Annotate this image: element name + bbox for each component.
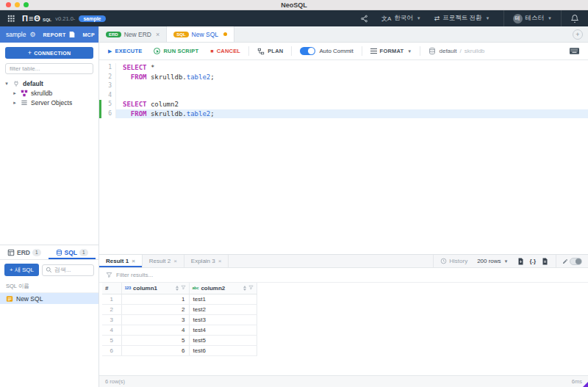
editor-line-6[interactable]: 6 FROM skrulldb.table2;	[99, 109, 588, 119]
clock-icon	[440, 258, 447, 264]
filter-results-input[interactable]	[116, 272, 581, 278]
editor-tabbar: ERDNew ERD×SQLNew SQL +	[99, 26, 588, 43]
database-breadcrumb[interactable]: default / skrulldb	[429, 47, 484, 55]
execute-button[interactable]: ▶ EXECUTE	[108, 48, 142, 54]
editor-line-2[interactable]: 2 FROM skrulldb.table2;	[99, 73, 588, 82]
cell-column2[interactable]: test5	[189, 335, 257, 345]
main-area: sample ⚙ REPORT MCP ◈ + CONNECTION ▾defa…	[0, 26, 588, 387]
save-results-file-icon[interactable]	[542, 258, 548, 265]
language-selector[interactable]: 文A 한국어 ▼	[381, 14, 421, 23]
chevron-right-icon[interactable]: ▸	[12, 90, 18, 96]
editor-line-1[interactable]: 1SELECT *	[99, 63, 588, 73]
result-tab-result-1[interactable]: Result 1×	[99, 255, 143, 267]
plan-button[interactable]: PLAN	[257, 48, 283, 55]
close-window-button[interactable]	[6, 2, 11, 7]
sql-search-input[interactable]	[54, 267, 90, 273]
keyboard-shortcuts-icon[interactable]	[570, 48, 579, 54]
funnel-icon	[106, 272, 112, 278]
sql-list-header: SQL 이름	[0, 280, 98, 293]
index-column-header[interactable]: #	[102, 283, 121, 294]
tree-item-default[interactable]: ▾default	[0, 79, 98, 88]
notifications-button[interactable]	[561, 10, 588, 26]
results-panel: Result 1×Result 2×Explain 3× History 200…	[99, 254, 588, 387]
editor-tab-new-sql[interactable]: SQLNew SQL	[167, 26, 234, 42]
document-icon[interactable]	[69, 31, 75, 38]
zoom-window-button[interactable]	[24, 2, 29, 7]
table-row[interactable]: 11test1	[102, 294, 257, 304]
panel-tab-erd[interactable]: ERD1	[0, 245, 49, 259]
row-index-cell: 4	[102, 325, 121, 335]
connection-name[interactable]: sample	[6, 31, 26, 38]
cell-column1[interactable]: 4	[121, 325, 189, 335]
editor-tab-new-erd[interactable]: ERDNew ERD×	[99, 26, 167, 42]
table-row[interactable]: 33test3	[102, 314, 257, 325]
cell-column2[interactable]: test3	[189, 314, 257, 325]
cell-column1[interactable]: 1	[121, 294, 189, 304]
column-header-column2[interactable]: abccolumn2	[189, 283, 257, 294]
panel-tab-sql[interactable]: SQL1	[49, 245, 96, 259]
sidebar-header: sample ⚙ REPORT MCP ◈	[0, 26, 98, 43]
cell-column1[interactable]: 6	[121, 345, 189, 355]
user-menu[interactable]: 테 테스터 ▼	[503, 10, 561, 26]
sql-editor[interactable]: 1SELECT *2 FROM skrulldb.table2;345SELEC…	[99, 60, 588, 254]
cell-column2[interactable]: test6	[189, 345, 257, 355]
new-tab-button[interactable]: +	[573, 29, 583, 40]
cell-column2[interactable]: test1	[189, 294, 257, 304]
cell-column2[interactable]: test4	[189, 325, 257, 335]
mcp-button[interactable]: MCP	[82, 32, 94, 37]
add-connection-button[interactable]: + CONNECTION	[5, 47, 93, 59]
auto-commit-toggle[interactable]	[300, 47, 315, 55]
cancel-button[interactable]: ■ CANCEL	[210, 48, 240, 54]
apps-grid-icon[interactable]	[7, 15, 15, 22]
sort-icon[interactable]	[243, 286, 246, 291]
code-text: SELECT *	[116, 63, 588, 73]
close-tab-icon[interactable]: ×	[173, 258, 177, 264]
row-index-cell: 6	[102, 345, 121, 355]
share-button[interactable]	[360, 15, 368, 23]
editor-line-3[interactable]: 3	[99, 82, 588, 91]
edit-mode-toggle[interactable]	[570, 258, 582, 265]
json-view-icon[interactable]: {.}	[530, 258, 536, 264]
result-tab-explain-3[interactable]: Explain 3×	[184, 255, 229, 267]
sql-list-item-new-sql[interactable]: New SQL	[0, 293, 98, 304]
table-row[interactable]: 22test2	[102, 304, 257, 314]
results-table-area: #123column1abccolumn211test122test233tes…	[99, 283, 588, 375]
column-filter-icon[interactable]	[181, 285, 186, 292]
tree-item-skrulldb[interactable]: ▸skrulldb	[0, 88, 98, 98]
resize-corner[interactable]	[583, 382, 588, 387]
tree-item-server-objects[interactable]: ▸Server Objects	[0, 98, 98, 107]
column-header-column1[interactable]: 123column1	[121, 283, 189, 294]
table-row[interactable]: 44test4	[102, 325, 257, 335]
window-controls	[6, 2, 29, 7]
rows-limit-select[interactable]: 200 rows ▼	[474, 258, 515, 264]
close-tab-icon[interactable]: ×	[218, 258, 222, 264]
chevron-down-icon[interactable]: ▾	[4, 81, 10, 87]
panel-actions: +새 SQL	[0, 260, 98, 280]
sort-icon[interactable]	[176, 286, 179, 291]
new-sql-button[interactable]: +새 SQL	[4, 264, 39, 276]
editor-line-5[interactable]: 5SELECT column2	[99, 100, 588, 109]
table-row[interactable]: 66test6	[102, 345, 257, 355]
project-switch-button[interactable]: ⇄ 프로젝트 전환 ▼	[434, 14, 490, 23]
export-file-icon[interactable]	[517, 258, 524, 265]
cell-column1[interactable]: 2	[121, 304, 189, 314]
filter-table-input[interactable]	[5, 63, 93, 74]
close-tab-icon[interactable]: ×	[132, 258, 135, 264]
run-script-button[interactable]: RUN SCRIPT	[154, 48, 198, 54]
row-count-label: 6 row(s)	[105, 378, 125, 385]
history-button[interactable]: History	[434, 258, 474, 264]
minimize-window-button[interactable]	[15, 2, 20, 7]
cell-column1[interactable]: 3	[121, 314, 189, 325]
stop-icon: ■	[210, 48, 213, 54]
column-filter-icon[interactable]	[248, 285, 254, 292]
cell-column1[interactable]: 5	[121, 335, 189, 345]
close-tab-icon[interactable]: ×	[156, 31, 159, 38]
gear-icon[interactable]: ⚙	[29, 31, 35, 38]
cell-column2[interactable]: test2	[189, 304, 257, 314]
table-row[interactable]: 55test5	[102, 335, 257, 345]
result-tab-result-2[interactable]: Result 2×	[143, 255, 184, 267]
format-button[interactable]: FORMAT ▼	[370, 48, 412, 54]
report-button[interactable]: REPORT	[43, 32, 65, 37]
chevron-right-icon[interactable]: ▸	[12, 100, 18, 106]
editor-line-4[interactable]: 4	[99, 91, 588, 101]
